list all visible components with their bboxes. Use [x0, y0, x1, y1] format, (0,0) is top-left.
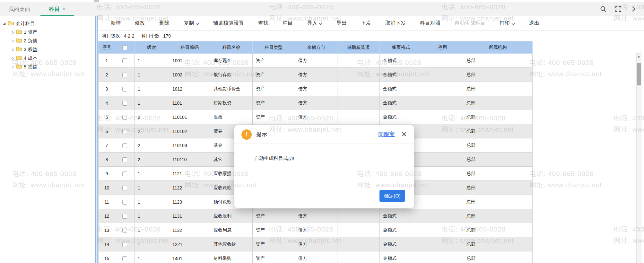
cell-type: 资产: [253, 223, 295, 237]
toolbar-item[interactable]: 取消下发: [385, 20, 406, 27]
toolbar-item[interactable]: 下发: [361, 20, 371, 27]
cell-seq: 11: [99, 195, 115, 209]
cell-seq: 15: [99, 251, 115, 263]
row-checkbox[interactable]: [122, 256, 127, 261]
row-checkbox[interactable]: [122, 242, 127, 247]
toolbar-item[interactable]: 科目对照: [420, 20, 440, 27]
cell-org: 总部: [463, 96, 533, 110]
table-row[interactable]: 311012其他货币资金资产借方金额式总部: [99, 82, 533, 96]
column-header-seq: 序号: [99, 41, 115, 54]
toolbar-item[interactable]: 修改: [135, 20, 145, 27]
tree-item-5[interactable]: 5 损益: [0, 63, 95, 71]
row-checkbox[interactable]: [122, 129, 127, 134]
tree-collapsed-arrow-icon[interactable]: [12, 56, 14, 61]
table-row[interactable]: 1411221其他应收款资产借方金额式总部: [99, 237, 533, 251]
tree-item-2[interactable]: 2 负债: [0, 37, 95, 45]
toolbar-item[interactable]: 退出: [529, 20, 539, 27]
row-checkbox[interactable]: [122, 115, 127, 120]
scrollbar-thumb[interactable]: [637, 63, 641, 85]
table-row[interactable]: 52110101股票资产借方金额式总部: [99, 110, 533, 124]
toolbar-item[interactable]: 打印: [500, 20, 515, 27]
tree-collapsed-arrow-icon[interactable]: [12, 47, 14, 52]
tree-root-accounting-subjects[interactable]: 会计科目: [0, 19, 95, 28]
cell-seq: 6: [99, 124, 115, 138]
toolbar-item[interactable]: 删除: [159, 20, 170, 27]
cell-format: 金额式: [380, 82, 422, 96]
column-header-level: 级次: [135, 41, 169, 54]
table-row[interactable]: 1511401材料采购资产借方金额式总部: [99, 251, 533, 263]
table-row[interactable]: 411101短期投资资产借方金额式总部: [99, 96, 533, 110]
cell-disabled: [422, 209, 463, 223]
row-checkbox[interactable]: [122, 200, 127, 205]
row-checkbox[interactable]: [122, 171, 127, 176]
toolbar-item[interactable]: 新增: [110, 20, 121, 27]
tab-close-icon[interactable]: ×: [62, 6, 66, 13]
cell-disabled: [422, 82, 463, 96]
tree-item-label: 4 成本: [24, 55, 38, 61]
scrollbar-up-button[interactable]: [637, 54, 641, 59]
cell-type: 资产: [253, 54, 295, 68]
table-row[interactable]: 1211131应收股利资产借方金额式总部: [99, 209, 533, 223]
toolbar-item[interactable]: 自动生成科目: [455, 20, 485, 27]
row-checkbox[interactable]: [122, 143, 127, 148]
row-checkbox[interactable]: [122, 186, 127, 190]
cell-checkbox: [115, 237, 135, 251]
cell-disabled: [422, 110, 463, 124]
tree-item-1[interactable]: 1 资产: [0, 28, 95, 37]
table-row[interactable]: 111001库存现金资产借方金额式总部: [99, 54, 533, 68]
cell-aux: [337, 110, 380, 124]
toolbar-item-label: 科目对照: [420, 20, 440, 27]
column-header-code: 科目编码: [169, 41, 210, 54]
tab-subjects[interactable]: 科目×: [40, 2, 74, 16]
tree-collapsed-arrow-icon[interactable]: [12, 64, 14, 70]
sidebar-collapse-handle[interactable]: [94, 0, 99, 2]
cell-direction: 借方: [295, 209, 337, 223]
cell-aux: [337, 251, 380, 263]
cell-code: 1002: [169, 68, 210, 82]
search-icon[interactable]: [598, 4, 608, 14]
cell-code: 1012: [169, 82, 210, 96]
dialog-close-icon[interactable]: ✕: [401, 131, 407, 138]
chevron-down-icon: [196, 21, 199, 26]
folder-icon: [16, 56, 22, 61]
row-checkbox[interactable]: [122, 228, 127, 233]
cell-checkbox: [115, 181, 135, 195]
row-checkbox[interactable]: [122, 157, 127, 162]
toolbar-item[interactable]: 查找: [258, 20, 268, 27]
toolbar-item[interactable]: 辅助核算设置: [213, 20, 244, 27]
row-checkbox[interactable]: [122, 214, 127, 219]
cell-disabled: [422, 124, 463, 138]
table-row[interactable]: 1311132应收利息资产借方金额式总部: [99, 223, 533, 237]
row-checkbox[interactable]: [122, 73, 127, 77]
cell-type: 资产: [253, 237, 295, 251]
row-checkbox[interactable]: [122, 58, 127, 63]
cell-level: 2: [135, 138, 169, 153]
tree-collapsed-arrow-icon[interactable]: [12, 30, 14, 35]
cell-org: 总部: [463, 195, 533, 209]
vertical-scrollbar[interactable]: [636, 53, 641, 263]
toolbar-item[interactable]: 栏目: [283, 20, 293, 27]
tree-children: 1 资产2 负债3 权益4 成本5 损益: [0, 28, 95, 71]
cell-level: 1: [135, 96, 169, 110]
cell-org: 总部: [463, 237, 533, 251]
toolbar-item[interactable]: 导出: [336, 20, 347, 27]
cell-seq: 13: [99, 223, 115, 237]
tree-item-3[interactable]: 3 权益: [0, 45, 95, 54]
tree-item-4[interactable]: 4 成本: [0, 54, 95, 63]
chevron-right-icon[interactable]: [629, 4, 638, 14]
row-checkbox[interactable]: [122, 87, 127, 92]
tree-collapsed-arrow-icon[interactable]: [12, 38, 14, 44]
cell-direction: 借方: [295, 223, 337, 237]
toolbar-item[interactable]: 复制: [184, 20, 199, 27]
row-checkbox[interactable]: [122, 101, 127, 106]
tab-desktop[interactable]: 我的桌面: [8, 2, 31, 16]
help-service-link[interactable]: 问服宝: [379, 131, 395, 138]
select-all-checkbox[interactable]: [122, 45, 127, 50]
toolbar-item[interactable]: 导入: [307, 20, 322, 27]
tree-expanded-arrow-icon[interactable]: [3, 22, 5, 25]
sidebar-divider[interactable]: [95, 16, 98, 263]
table-row[interactable]: 211002银行存款资产借方金额式总部: [99, 68, 533, 82]
dialog-ok-button[interactable]: 确定(O): [379, 190, 405, 202]
fullscreen-icon[interactable]: [614, 4, 623, 14]
cell-org: 总部: [463, 54, 533, 68]
